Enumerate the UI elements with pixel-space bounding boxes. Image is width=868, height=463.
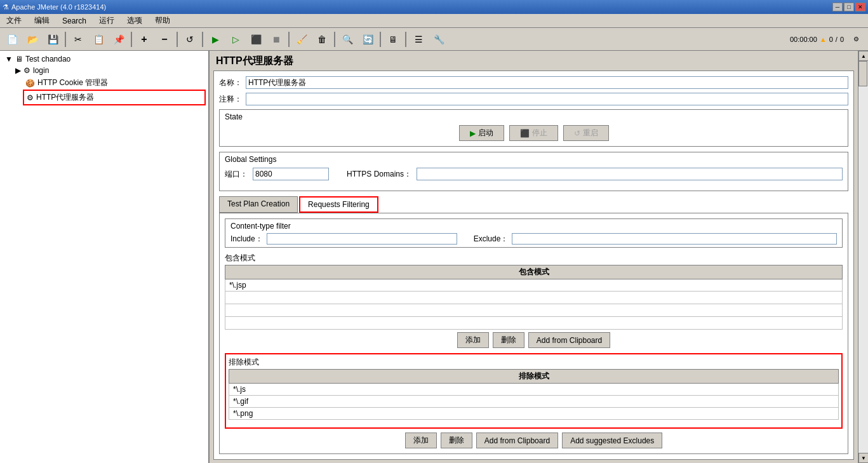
include-clipboard-btn[interactable]: Add from Clipboard [528, 332, 610, 348]
menu-bar: 文件 编辑 Search 运行 选项 帮助 [0, 14, 868, 28]
minimize-btn[interactable]: ─ [832, 3, 843, 11]
tab-test-plan-label: Test Plan Creation [227, 199, 290, 208]
menu-run[interactable]: 运行 [95, 14, 118, 27]
exclude-patterns-table: 排除模式 *\.js *\.gif [229, 369, 839, 420]
toolbar-options2[interactable]: ⚙ [846, 30, 865, 48]
proxy-icon: ⚙ [27, 93, 34, 102]
toolbar-start-nopauses[interactable]: ▷ [226, 30, 245, 48]
toolbar-remote[interactable]: 🖥 [384, 30, 403, 48]
tree-item-login[interactable]: ▶ ⚙ login [13, 65, 206, 76]
comment-row: 注释： [219, 93, 848, 105]
include-add-btn[interactable]: 添加 [457, 332, 489, 348]
state-label: State [225, 112, 843, 121]
name-row: 名称： [219, 76, 848, 89]
toolbar-total: 0 [840, 36, 844, 43]
scrollbar-thumb[interactable] [858, 61, 867, 86]
include-label: Include： [230, 234, 263, 245]
menu-edit[interactable]: 编辑 [30, 14, 53, 27]
tabs-row: Test Plan Creation Requests Filtering [219, 196, 848, 213]
toolbar-add[interactable]: + [135, 30, 154, 48]
https-label: HTTPS Domains： [347, 169, 411, 180]
global-settings-section: Global Settings 端口： HTTPS Domains： [219, 152, 848, 191]
title-bar-controls: ─ □ ✕ [832, 3, 865, 11]
name-input[interactable] [246, 76, 848, 89]
toolbar-reset[interactable]: 🔄 [358, 30, 377, 48]
toolbar-reload[interactable]: ↺ [180, 30, 199, 48]
exclude-clipboard-btn[interactable]: Add from Clipboard [476, 433, 558, 448]
stop-btn[interactable]: ⬛ 停止 [509, 125, 558, 141]
scrollbar-track[interactable] [858, 61, 868, 453]
exclude-label: Exclude： [474, 234, 509, 245]
exclude-suggested-btn[interactable]: Add suggested Excludes [562, 433, 662, 448]
comment-input[interactable] [246, 93, 848, 105]
toolbar-start[interactable]: ▶ [206, 30, 225, 48]
menu-search[interactable]: Search [58, 15, 90, 27]
toolbar-sep4 [202, 32, 203, 47]
toolbar-time-area: 00:00:00 ▲ 0 / 0 ⚙ [790, 30, 865, 48]
include-delete-btn[interactable]: 删除 [493, 332, 524, 348]
title-bar: ⚗ Apache JMeter (4.0 r1823414) ─ □ ✕ [0, 0, 868, 14]
toolbar-log[interactable]: ☰ [409, 30, 428, 48]
scrollbar-up[interactable]: ▲ [858, 51, 868, 61]
toolbar-function[interactable]: 🔧 [429, 30, 448, 48]
start-btn-label: 启动 [478, 128, 493, 138]
toolbar-time: 00:00:00 [790, 36, 817, 43]
exclude-row-0[interactable]: *\.js [229, 384, 839, 396]
toolbar-search[interactable]: 🔍 [338, 30, 357, 48]
close-btn[interactable]: ✕ [855, 3, 865, 11]
toolbar-clearall[interactable]: 🗑 [312, 30, 331, 48]
left-panel: ▼ 🖥 Test chandao ▶ ⚙ login 🍪 HTTP Cookie… [0, 51, 210, 463]
toolbar-new[interactable]: 📄 [3, 30, 22, 48]
exclude-row-1[interactable]: *\.gif [229, 396, 839, 408]
exclude-row-2[interactable]: *\.png [229, 408, 839, 420]
tree-item-label: login [33, 66, 49, 75]
toolbar-copy[interactable]: 📋 [89, 30, 108, 48]
filter-row: Include： Exclude： [230, 233, 837, 245]
exclude-input[interactable] [512, 233, 837, 245]
include-input[interactable] [267, 233, 457, 245]
include-cell-0: *\.jsp [225, 279, 843, 292]
toolbar-clear[interactable]: 🧹 [292, 30, 311, 48]
toolbar-save[interactable]: 💾 [43, 30, 62, 48]
port-input[interactable] [253, 168, 329, 180]
menu-file[interactable]: 文件 [3, 14, 25, 27]
menu-help[interactable]: 帮助 [151, 14, 174, 27]
name-label: 名称： [219, 77, 242, 88]
https-input[interactable] [417, 168, 843, 180]
toolbar-stop[interactable]: ⬛ [246, 30, 265, 48]
toolbar-sep6 [334, 32, 335, 47]
toolbar-cut[interactable]: ✂ [69, 30, 88, 48]
expand-icon: ▶ [15, 66, 21, 75]
toolbar-shutdown[interactable]: ⏹ [267, 30, 286, 48]
toolbar-open[interactable]: 📂 [23, 30, 42, 48]
tab-requests-filtering[interactable]: Requests Filtering [299, 196, 378, 213]
tree-item-cookie[interactable]: 🍪 HTTP Cookie 管理器 [23, 76, 206, 90]
component-header: HTTP代理服务器 [210, 51, 858, 70]
exclude-delete-btn[interactable]: 删除 [441, 433, 472, 448]
exclude-add-btn[interactable]: 添加 [405, 433, 437, 448]
computer-icon: 🖥 [15, 55, 23, 64]
tree-item-proxy[interactable]: ⚙ HTTP代理服务器 [23, 90, 206, 105]
toolbar-sep8 [405, 32, 406, 47]
start-btn[interactable]: ▶ 启动 [459, 125, 504, 141]
stop-icon: ⬛ [520, 129, 530, 138]
scrollbar-down[interactable]: ▼ [858, 453, 868, 463]
toolbar-sep2 [131, 32, 132, 47]
toolbar-remove[interactable]: − [155, 30, 174, 48]
scrollbar[interactable]: ▲ ▼ [858, 51, 868, 463]
warning-icon: ▲ [820, 36, 827, 43]
toolbar-errors: 0 [829, 36, 833, 43]
exclude-cell-2: *\.png [229, 408, 839, 420]
toolbar-paste[interactable]: 📌 [109, 30, 128, 48]
menu-options[interactable]: 选项 [123, 14, 146, 27]
global-row: 端口： HTTPS Domains： [225, 168, 843, 180]
tree-item-label: HTTP代理服务器 [36, 92, 94, 103]
maximize-btn[interactable]: □ [844, 3, 854, 11]
stop-btn-label: 停止 [532, 128, 547, 138]
restart-btn[interactable]: ↺ 重启 [563, 125, 609, 141]
exclude-buttons: 添加 删除 Add from Clipboard Add suggested E… [225, 433, 843, 448]
tree-item-root[interactable]: ▼ 🖥 Test chandao [3, 53, 206, 65]
include-row-0[interactable]: *\.jsp [225, 279, 843, 292]
tab-test-plan[interactable]: Test Plan Creation [219, 196, 298, 213]
exclude-cell-0: *\.js [229, 384, 839, 396]
